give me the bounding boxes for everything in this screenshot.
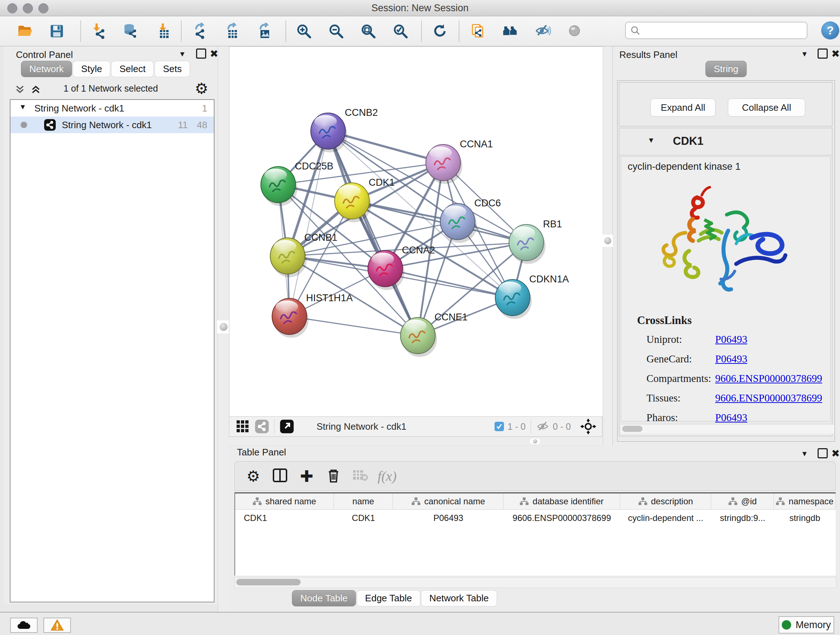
home-views-button[interactable]	[500, 20, 521, 42]
import-table-button[interactable]	[152, 20, 173, 42]
left-splitter[interactable]	[218, 46, 229, 612]
left-splitter-handle[interactable]	[217, 320, 230, 333]
network-graph[interactable]: CCNB2CCNA1CDC25BCDK1CDC6RB1CCNB1CCNA2CDK…	[229, 47, 603, 416]
tab-node-table[interactable]: Node Table	[292, 590, 356, 606]
zoom-out-button[interactable]	[325, 20, 347, 42]
export-image-button[interactable]	[252, 20, 274, 42]
gear-icon[interactable]: ⚙	[195, 80, 208, 97]
grid-view-icon[interactable]	[236, 420, 249, 433]
selected-count-label: 1 - 0	[508, 421, 526, 432]
results-scrollbar[interactable]	[621, 424, 834, 434]
float-panel-icon[interactable]	[818, 49, 828, 59]
node-CDC6[interactable]: CDC6	[440, 198, 501, 243]
search-input[interactable]	[640, 25, 794, 36]
crosslink-link[interactable]: 9606.ENSP00000378699	[715, 372, 822, 385]
zoom-fit-button[interactable]	[357, 20, 379, 42]
table-header-row: shared namename canonical name database …	[235, 494, 836, 510]
import-database-button[interactable]	[119, 20, 141, 42]
expand-all-button[interactable]: Expand All	[651, 98, 715, 117]
node-CDK1[interactable]: CDK1	[335, 177, 395, 222]
node-table[interactable]: shared namename canonical name database …	[234, 492, 836, 576]
table-horizontal-scrollbar[interactable]	[234, 577, 836, 588]
table-panel-title: Table Panel	[237, 447, 286, 458]
application-window: Session: New Session ? Control Panel ▼ ✖…	[0, 0, 840, 635]
collection-expander-icon[interactable]: ▼	[19, 103, 27, 111]
float-panel-icon[interactable]	[818, 448, 828, 458]
tab-edge-table[interactable]: Edge Table	[357, 590, 420, 606]
column-header-label: shared name	[265, 496, 316, 507]
column-header-database-identifier[interactable]: database identifier	[504, 494, 620, 509]
column-header-name[interactable]: name	[334, 494, 393, 509]
import-table-icon	[154, 23, 171, 40]
edge-CCNB2-HIST1H1A[interactable]	[289, 131, 328, 317]
crosslink-link[interactable]: P06493	[715, 333, 747, 345]
import-network-button[interactable]	[87, 20, 109, 42]
refresh-network-button[interactable]	[429, 20, 451, 42]
tab-style[interactable]: Style	[73, 61, 111, 77]
right-splitter-handle[interactable]	[602, 234, 614, 247]
node-section-header[interactable]: ▼ CDK1	[619, 128, 832, 155]
node-RB1[interactable]: RB1	[509, 219, 562, 264]
node-CCNA1[interactable]: CCNA1	[426, 139, 493, 184]
selected-nodes-checkbox[interactable]	[494, 422, 504, 431]
collapse-all-button[interactable]: Collapse All	[728, 98, 805, 117]
help-button[interactable]: ?	[821, 21, 839, 40]
horizontal-splitter-handle[interactable]	[530, 439, 540, 444]
zoom-selected-button[interactable]	[390, 20, 411, 42]
panel-menu-icon[interactable]: ▼	[179, 50, 186, 58]
detach-view-icon[interactable]	[279, 419, 294, 434]
table-settings-gear-icon[interactable]: ⚙	[240, 467, 267, 485]
node-CCNB1[interactable]: CCNB1	[270, 232, 338, 277]
hide-eye-button[interactable]	[532, 20, 554, 42]
column-header-description[interactable]: description	[620, 494, 712, 509]
panel-menu-icon[interactable]: ▼	[801, 50, 808, 58]
export-network-button[interactable]	[188, 20, 210, 42]
fit-content-icon[interactable]	[580, 418, 596, 434]
section-expander-icon[interactable]: ▼	[647, 136, 655, 144]
close-panel-icon[interactable]: ✖	[831, 448, 840, 459]
save-session-button[interactable]	[46, 20, 68, 42]
panel-menu-icon[interactable]: ▼	[801, 450, 808, 458]
network-collection-row[interactable]: ▼ String Network - cdk1 1	[11, 100, 214, 117]
zoom-in-button[interactable]	[293, 20, 315, 42]
column-header--id[interactable]: @id	[711, 494, 774, 509]
column-header-canonical-name[interactable]: canonical name	[393, 494, 504, 509]
add-column-icon[interactable]: ✚	[294, 467, 320, 486]
close-panel-icon[interactable]: ✖	[831, 48, 840, 60]
network-row-selected[interactable]: String Network - cdk1 11 48	[11, 117, 214, 133]
crosslink-link[interactable]: P06493	[715, 412, 747, 424]
column-header-shared-name[interactable]: shared name	[235, 494, 334, 509]
network-list-icon[interactable]	[255, 419, 269, 434]
table-tabs: Node TableEdge TableNetwork Table	[229, 590, 840, 606]
crosslink-link[interactable]: 9606.ENSP00000378699	[715, 392, 822, 404]
export-table-button[interactable]	[220, 20, 242, 42]
table-row[interactable]: CDK1CDK1P064939606.ENSP00000378699cyclin…	[235, 510, 836, 526]
close-panel-icon[interactable]: ✖	[210, 48, 218, 60]
memory-button[interactable]: Memory	[778, 616, 834, 633]
tab-sets[interactable]: Sets	[155, 61, 190, 77]
network-selected-status: 1 of 1 Network selected	[9, 83, 212, 94]
float-panel-icon[interactable]	[196, 49, 206, 59]
column-header-namespace[interactable]: namespace	[774, 494, 836, 509]
table-cell: stringdb	[774, 510, 836, 526]
node-HIST1H1A[interactable]: HIST1H1A	[272, 293, 353, 338]
show-columns-icon[interactable]	[267, 467, 294, 485]
search-box[interactable]	[625, 22, 807, 39]
warnings-button[interactable]	[43, 618, 71, 633]
crosslink-link[interactable]: P06493	[715, 353, 747, 365]
delete-column-icon[interactable]	[320, 467, 347, 485]
right-splitter[interactable]	[603, 46, 613, 446]
edge-HIST1H1A-CCNE1[interactable]	[289, 317, 418, 336]
show-eye-button[interactable]	[564, 20, 586, 42]
cloud-button[interactable]	[10, 618, 38, 633]
column-header-label: canonical name	[424, 496, 485, 507]
open-session-button[interactable]	[14, 20, 35, 42]
tab-network-table[interactable]: Network Table	[421, 590, 497, 606]
tab-string[interactable]: String	[706, 61, 747, 77]
tab-network[interactable]: Network	[21, 61, 72, 77]
network-canvas[interactable]: CCNB2CCNA1CDC25BCDK1CDC6RB1CCNB1CCNA2CDK…	[229, 46, 603, 417]
node-CDKN1A[interactable]: CDKN1A	[495, 274, 569, 319]
node-section-cdk1: ▼ CDK1 cyclin-dependent kinase 1	[619, 128, 832, 436]
tab-select[interactable]: Select	[111, 61, 154, 77]
clone-network-button[interactable]	[467, 20, 489, 42]
